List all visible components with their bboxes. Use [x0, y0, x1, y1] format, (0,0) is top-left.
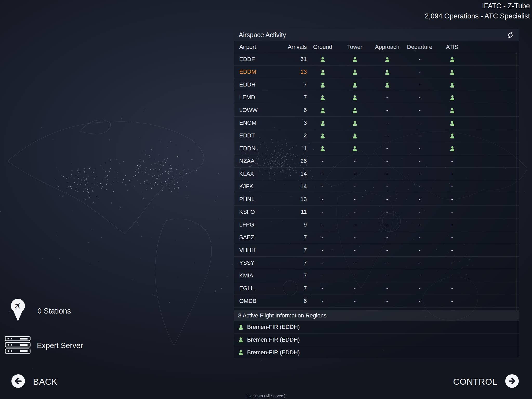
column-departure: Departure: [403, 44, 436, 50]
airport-row[interactable]: SAEZ 7 - - - - -: [234, 231, 519, 244]
ground-cell: -: [307, 183, 338, 190]
column-ground: Ground: [307, 44, 338, 50]
airport-row[interactable]: OMDB 6 - - - - -: [234, 295, 519, 307]
atis-cell: -: [436, 260, 468, 266]
atis-cell: -: [436, 285, 468, 292]
airport-code: EDDM: [234, 69, 282, 75]
arrivals-count: 13: [282, 196, 307, 203]
airport-row[interactable]: ENGM 3 - -: [234, 116, 519, 129]
airport-row[interactable]: KLAX 14 - - - - -: [234, 167, 519, 180]
departure-cell: -: [403, 94, 436, 101]
ground-cell: [307, 107, 338, 114]
tower-cell: [338, 107, 371, 114]
airport-row[interactable]: KMIA 7 - - - - -: [234, 269, 519, 282]
user-operations: 2,094 Operations - ATC Specialist: [425, 11, 530, 21]
airport-row[interactable]: YSSY 7 - - - - -: [234, 256, 519, 269]
airport-row[interactable]: EDDT 2 - -: [234, 129, 519, 142]
server-status: Expert Server: [5, 336, 83, 355]
airport-row[interactable]: VHHH 7 - - - - -: [234, 244, 519, 256]
panel-header: Airspace Activity: [234, 29, 519, 41]
approach-cell: -: [371, 132, 403, 139]
airport-row[interactable]: NZAA 26 - - - - -: [234, 155, 519, 167]
fir-row[interactable]: Bremen-FIR (EDDH): [234, 346, 519, 359]
back-button[interactable]: BACK: [11, 374, 58, 389]
controller-person-icon: [352, 95, 357, 101]
airport-code: KLAX: [234, 170, 282, 177]
tower-cell: -: [338, 196, 371, 203]
departure-cell: -: [403, 170, 436, 177]
tower-cell: -: [338, 183, 371, 190]
table-column-header: Airport Arrivals Ground Tower Approach D…: [234, 41, 519, 53]
arrivals-count: 3: [282, 119, 307, 126]
airport-row[interactable]: LOWW 6 - -: [234, 104, 519, 116]
controller-person-icon: [450, 108, 455, 113]
controller-person-icon: [450, 57, 455, 62]
controller-person-icon: [450, 95, 455, 101]
arrivals-count: 9: [282, 221, 307, 228]
arrivals-count: 7: [282, 272, 307, 279]
departure-cell: -: [403, 196, 436, 203]
departure-cell: -: [403, 209, 436, 215]
airport-row[interactable]: KJFK 14 - - - - -: [234, 180, 519, 193]
fir-row[interactable]: Bremen-FIR (EDDH): [234, 321, 519, 333]
arrivals-count: 26: [282, 158, 307, 164]
controller-person-icon: [238, 350, 243, 355]
stations-status: ✈ 0 Stations: [10, 298, 71, 323]
airport-row[interactable]: PHNL 13 - - - - -: [234, 193, 519, 205]
arrivals-count: 11: [282, 209, 307, 215]
airport-code: EDDH: [234, 81, 282, 88]
arrivals-count: 1: [282, 145, 307, 152]
user-info: IFATC - Z-Tube 2,094 Operations - ATC Sp…: [425, 1, 530, 21]
approach-cell: -: [371, 145, 403, 152]
airport-row[interactable]: LEMD 7 - -: [234, 91, 519, 104]
controller-person-icon: [385, 70, 390, 75]
atis-cell: -: [436, 221, 468, 228]
airport-row[interactable]: EDDF 61 -: [234, 53, 519, 65]
ground-cell: -: [307, 221, 338, 228]
ground-cell: -: [307, 298, 338, 304]
departure-cell: -: [403, 221, 436, 228]
tower-cell: -: [338, 221, 371, 228]
approach-cell: [371, 56, 403, 63]
approach-cell: -: [371, 298, 403, 304]
airspace-activity-panel: Airspace Activity Airport Arrivals Groun…: [234, 29, 519, 358]
airport-code: NZAA: [234, 158, 282, 164]
approach-cell: -: [371, 209, 403, 215]
tower-cell: [338, 119, 371, 126]
tower-cell: -: [338, 285, 371, 292]
fir-row[interactable]: Bremen-FIR (EDDH): [234, 333, 519, 346]
airport-code: LFPG: [234, 221, 282, 228]
airport-code: EDDF: [234, 56, 282, 63]
approach-cell: -: [371, 260, 403, 266]
fir-scrollbar[interactable]: [518, 319, 518, 356]
controller-person-icon: [238, 324, 243, 330]
approach-cell: [371, 69, 403, 75]
controller-person-icon: [320, 57, 325, 62]
controller-person-icon: [352, 82, 357, 88]
ground-cell: [307, 132, 338, 139]
refresh-icon[interactable]: [507, 31, 514, 39]
departure-cell: -: [403, 260, 436, 266]
airport-row[interactable]: EDDH 7 -: [234, 78, 519, 91]
atis-cell: [436, 56, 468, 63]
airport-code: EDDT: [234, 132, 282, 139]
map-pin-airplane-icon: ✈: [10, 298, 26, 323]
tower-cell: [338, 132, 371, 139]
control-button[interactable]: CONTROL: [453, 374, 519, 389]
table-scrollbar[interactable]: [516, 53, 516, 310]
arrivals-count: 14: [282, 183, 307, 190]
airport-row[interactable]: KSFO 11 - - - - -: [234, 205, 519, 218]
airport-row[interactable]: EGLL 7 - - - - -: [234, 282, 519, 295]
airport-row[interactable]: WSSS 6 - - - - -: [234, 307, 519, 310]
airport-code: LEMD: [234, 94, 282, 101]
approach-cell: -: [371, 247, 403, 254]
airport-row[interactable]: LFPG 9 - - - - -: [234, 218, 519, 231]
tower-cell: -: [338, 234, 371, 241]
tower-cell: -: [338, 298, 371, 304]
airport-row[interactable]: EDDN 1 - -: [234, 142, 519, 155]
controller-person-icon: [352, 70, 357, 75]
airport-row[interactable]: EDDM 13 -: [234, 65, 519, 78]
controller-person-icon: [450, 70, 455, 75]
airport-code: OMDB: [234, 298, 282, 304]
atis-cell: -: [436, 196, 468, 203]
